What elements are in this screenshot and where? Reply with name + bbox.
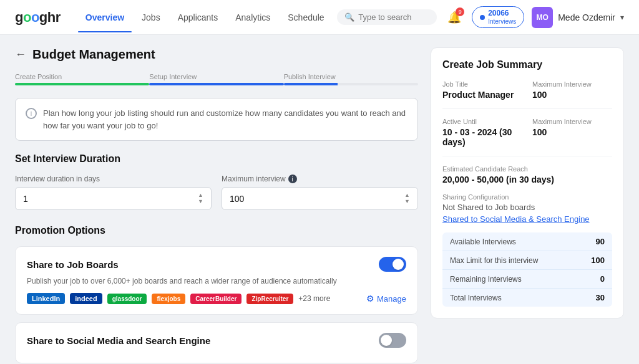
shared-social-link[interactable]: Shared to Social Media & Search Engine <box>442 214 612 224</box>
stats-row-total: Total Interviews 30 <box>442 289 612 307</box>
summary-job-title-value: Product Manager <box>442 90 522 100</box>
duration-section: Set Interview Duration Interview duratio… <box>15 153 418 210</box>
step-setup-label: Setup Interview <box>149 73 283 80</box>
info-box: i Plan how long your job listing should … <box>15 98 418 141</box>
job-boards-toggle[interactable] <box>379 257 406 272</box>
summary-divider-1 <box>442 108 612 109</box>
summary-max-value: 100 <box>532 90 612 100</box>
social-media-thumb <box>381 335 392 346</box>
summary-card: Create Job Summary Job Title Product Man… <box>431 47 624 318</box>
max-interview-input[interactable]: 100 ▲ ▼ <box>222 187 418 210</box>
summary-job-title: Job Title Product Manager <box>442 80 522 100</box>
duration-value: 1 <box>23 194 28 204</box>
max-arrow-down-icon[interactable]: ▼ <box>404 199 410 204</box>
summary-reach-value: 20,000 - 50,000 (in 30 days) <box>442 175 612 184</box>
social-media-toggle[interactable] <box>379 333 406 348</box>
max-arrow-up-icon[interactable]: ▲ <box>404 193 410 198</box>
search-icon: 🔍 <box>344 12 354 22</box>
nav-right: 🔍 🔔 9 20066 Interviews MO Mede Ozdemir ▾ <box>337 6 624 27</box>
back-button[interactable]: ← <box>15 48 26 61</box>
chevron-down-icon: ▾ <box>620 13 624 22</box>
nav-jobs[interactable]: Jobs <box>134 9 168 26</box>
stats-table: Available Interviews 90 Max Limit for th… <box>442 232 612 307</box>
summary-active-value: 10 - 03 - 2024 (30 days) <box>442 127 522 147</box>
progress-steps: Create Position Setup Interview Publish … <box>15 73 418 85</box>
step-publish-label: Publish Interview <box>284 73 418 80</box>
duration-spinner[interactable]: ▲ ▼ <box>198 193 203 204</box>
duration-heading: Set Interview Duration <box>15 153 418 165</box>
stats-max-label: Max Limit for this interview <box>450 256 538 265</box>
step-create-bar <box>15 83 149 85</box>
promotion-heading: Promotion Options <box>15 225 418 236</box>
arrow-down-icon[interactable]: ▼ <box>198 199 203 204</box>
search-bar[interactable]: 🔍 <box>337 9 437 25</box>
step-publish-interview: Publish Interview <box>284 73 418 85</box>
job-boards-thumb <box>393 259 404 270</box>
summary-max-interview: Maximum Interview 100 <box>532 80 612 100</box>
job-boards-logos: LinkedIn indeed glassdoor flexjobs Caree… <box>27 293 406 304</box>
step-setup-bar <box>149 83 283 85</box>
duration-input[interactable]: 1 ▲ ▼ <box>15 187 212 210</box>
arrow-up-icon[interactable]: ▲ <box>198 193 203 198</box>
stats-row-available: Available Interviews 90 <box>442 232 612 251</box>
max-interview-info-icon: i <box>288 175 297 183</box>
interviews-label: Interviews <box>488 18 516 25</box>
logo-o1: o <box>23 9 31 25</box>
gear-icon: ⚙ <box>366 294 374 304</box>
job-boards-item: Share to Job Boards Publish your job to … <box>15 246 418 315</box>
stats-row-max: Max Limit for this interview 100 <box>442 251 612 270</box>
nav-schedule[interactable]: Schedule <box>280 9 331 26</box>
manage-button[interactable]: ⚙ Manage <box>366 294 406 304</box>
social-media-header: Share to Social Media and Search Engine <box>27 333 406 348</box>
stats-remaining-value: 0 <box>600 274 605 284</box>
nav-analytics[interactable]: Analytics <box>228 9 278 26</box>
step-setup-interview: Setup Interview <box>149 73 283 85</box>
stats-row-remaining: Remaining Interviews 0 <box>442 270 612 289</box>
stats-total-label: Total Interviews <box>450 294 502 302</box>
logo-o2: o <box>31 9 39 25</box>
navbar: googhr Overview Jobs Applicants Analytic… <box>0 0 639 35</box>
duration-field: Interview duration in days 1 ▲ ▼ <box>15 175 212 210</box>
ziprecruiter-logo: ZipRecruiter <box>246 294 293 304</box>
left-panel: ← Budget Management Create Position Setu… <box>15 47 418 364</box>
careerbuilder-logo: CareerBuilder <box>190 294 241 304</box>
not-shared-text: Not Shared to Job boards <box>442 203 612 212</box>
search-input[interactable] <box>358 12 429 22</box>
nav-overview[interactable]: Overview <box>78 9 132 26</box>
stats-available-value: 90 <box>596 237 605 246</box>
summary-max-interview-2: Maximum Interview 100 <box>532 118 612 147</box>
duration-label: Interview duration in days <box>15 175 212 183</box>
max-interview-label: Maximum interview i <box>222 175 418 183</box>
main-content: ← Budget Management Create Position Setu… <box>0 35 639 364</box>
avatar: MO <box>532 7 553 28</box>
glassdoor-logo: glassdoor <box>107 294 147 304</box>
social-media-item: Share to Social Media and Search Engine <box>15 322 418 363</box>
user-area[interactable]: MO Mede Ozdemir ▾ <box>532 7 624 28</box>
summary-max-label: Maximum Interview <box>532 80 612 88</box>
user-name: Mede Ozdemir <box>558 12 615 22</box>
summary-title: Create Job Summary <box>442 59 612 70</box>
info-icon: i <box>26 108 37 119</box>
page-title: Budget Management <box>32 47 155 62</box>
interviews-button[interactable]: 20066 Interviews <box>472 6 524 27</box>
max-interview-field: Maximum interview i 100 ▲ ▼ <box>222 175 418 210</box>
manage-label: Manage <box>377 294 406 304</box>
summary-active-label: Active Until <box>442 118 522 125</box>
step-publish-bar <box>284 83 418 85</box>
summary-reach: Estimated Candidate Reach 20,000 - 50,00… <box>442 165 612 184</box>
summary-divider-2 <box>442 156 612 156</box>
info-text: Plan how long your job listing should ru… <box>43 107 407 132</box>
right-panel: Create Job Summary Job Title Product Man… <box>431 47 624 364</box>
logo: googhr <box>15 9 61 26</box>
summary-reach-label: Estimated Candidate Reach <box>442 165 612 173</box>
notification-button[interactable]: 🔔 9 <box>444 7 464 27</box>
summary-max2-value: 100 <box>532 127 612 137</box>
stats-total-value: 30 <box>596 293 605 302</box>
linkedin-logo: LinkedIn <box>27 293 65 304</box>
summary-row-1: Job Title Product Manager Maximum Interv… <box>442 80 612 100</box>
max-interview-spinner[interactable]: ▲ ▼ <box>404 193 410 204</box>
nav-applicants[interactable]: Applicants <box>170 9 226 26</box>
indeed-logo: indeed <box>70 293 102 304</box>
summary-job-title-label: Job Title <box>442 80 522 88</box>
promotion-section: Promotion Options Share to Job Boards Pu… <box>15 225 418 363</box>
